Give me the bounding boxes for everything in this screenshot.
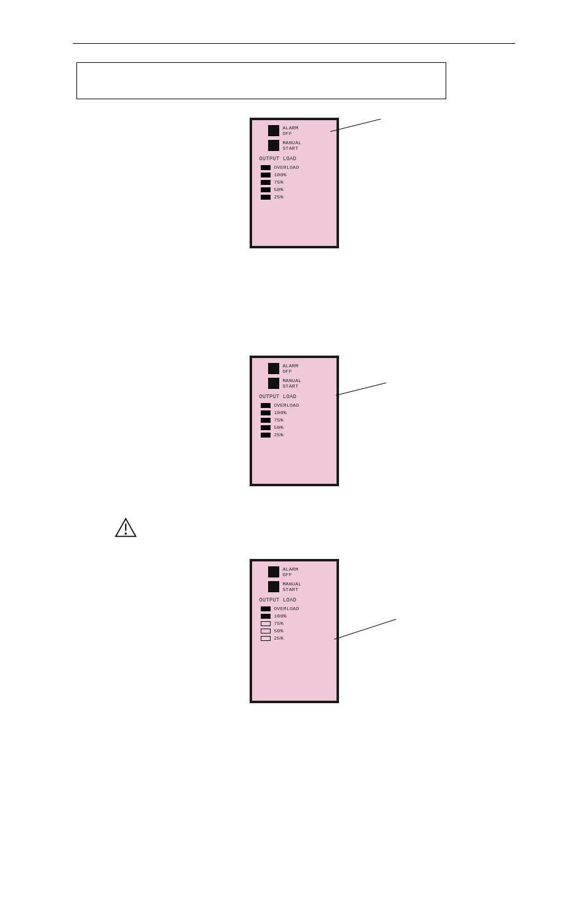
led-label: 25% [274, 635, 284, 641]
panel-figure-2: ALARM OFF MANUAL START OUTPUT LOAD OVERL… [73, 356, 515, 486]
page: ALARM OFF MANUAL START OUTPUT LOAD OVERL… [0, 0, 588, 909]
led-label: 75% [274, 621, 284, 626]
alarm-off-label: ALARM OFF [283, 363, 299, 374]
led-label: OVERLOAD [274, 606, 300, 611]
led-row-overload: OVERLOAD [261, 402, 333, 408]
label-text: OFF [283, 572, 299, 577]
led-label: 50% [274, 187, 284, 192]
led-row-25: 25% [261, 635, 333, 641]
led-label: 75% [274, 417, 284, 423]
led-label: 50% [274, 628, 284, 634]
label-text: OFF [283, 369, 299, 374]
led-row-25: 25% [261, 194, 333, 200]
load-100-led [261, 410, 271, 415]
load-50-led [261, 187, 271, 192]
manual-start-row: MANUAL START [268, 581, 333, 592]
led-label: 100% [274, 172, 287, 177]
led-row-overload: OVERLOAD [261, 165, 333, 170]
led-row-75: 75% [261, 179, 333, 185]
manual-start-row: MANUAL START [268, 140, 333, 151]
label-text: ALARM [283, 125, 299, 131]
load-75-led [261, 180, 271, 185]
control-panel: ALARM OFF MANUAL START OUTPUT LOAD OVERL… [250, 559, 339, 703]
alarm-off-row: ALARM OFF [268, 125, 333, 136]
control-panel: ALARM OFF MANUAL START OUTPUT LOAD OVERL… [250, 118, 339, 248]
warning-icon [115, 517, 137, 540]
alarm-off-label: ALARM OFF [283, 566, 299, 577]
load-100-led [261, 614, 271, 619]
callout-leader [336, 383, 386, 396]
label-text: START [283, 383, 302, 389]
manual-start-button[interactable] [268, 140, 279, 151]
callout-leader [334, 619, 396, 640]
section-2: ALARM OFF MANUAL START OUTPUT LOAD OVERL… [73, 356, 515, 486]
led-label: 25% [274, 432, 284, 438]
led-row-50: 50% [261, 425, 333, 430]
load-25-led [261, 195, 271, 200]
section-1: ALARM OFF MANUAL START OUTPUT LOAD OVERL… [73, 118, 515, 248]
led-row-100: 100% [261, 410, 333, 415]
overload-led [261, 606, 271, 611]
led-row-50: 50% [261, 187, 333, 192]
alarm-off-button[interactable] [268, 363, 279, 374]
overload-led [261, 403, 271, 408]
svg-point-2 [125, 532, 127, 535]
led-row-100: 100% [261, 172, 333, 177]
led-row-100: 100% [261, 613, 333, 619]
led-row-75: 75% [261, 417, 333, 423]
label-text: MANUAL [283, 140, 302, 145]
alarm-off-label: ALARM OFF [283, 125, 299, 136]
manual-start-label: MANUAL START [283, 140, 302, 151]
spacer [73, 489, 515, 526]
manual-start-button[interactable] [268, 378, 279, 389]
led-row-50: 50% [261, 628, 333, 634]
spacer [73, 251, 515, 337]
load-25-led [261, 636, 271, 641]
output-load-heading: OUTPUT LOAD [259, 156, 333, 162]
label-text: START [283, 587, 302, 592]
led-label: 25% [274, 194, 284, 200]
led-label: OVERLOAD [274, 402, 300, 408]
led-row-25: 25% [261, 432, 333, 438]
alarm-off-button[interactable] [268, 125, 279, 136]
load-75-led [261, 418, 271, 423]
load-100-led [261, 173, 271, 177]
led-row-overload: OVERLOAD [261, 606, 333, 611]
led-label: 100% [274, 410, 287, 415]
overload-led [261, 165, 271, 170]
label-text: OFF [283, 131, 299, 136]
label-text: ALARM [283, 566, 299, 572]
panel-figure-3: ALARM OFF MANUAL START OUTPUT LOAD OVERL… [73, 559, 515, 703]
load-25-led [261, 433, 271, 438]
load-50-led [261, 629, 271, 634]
panel-figure-1: ALARM OFF MANUAL START OUTPUT LOAD OVERL… [73, 118, 515, 248]
manual-start-row: MANUAL START [268, 378, 333, 389]
alarm-off-row: ALARM OFF [268, 363, 333, 374]
label-text: ALARM [283, 363, 299, 369]
led-label: OVERLOAD [274, 165, 300, 170]
led-label: 50% [274, 425, 284, 430]
output-load-heading: OUTPUT LOAD [259, 394, 333, 400]
alarm-off-button[interactable] [268, 566, 279, 577]
label-text: MANUAL [283, 581, 302, 587]
horizontal-rule [73, 43, 515, 44]
manual-start-button[interactable] [268, 581, 279, 592]
manual-start-label: MANUAL START [283, 378, 302, 389]
load-75-led [261, 621, 271, 626]
alarm-off-row: ALARM OFF [268, 566, 333, 577]
control-panel: ALARM OFF MANUAL START OUTPUT LOAD OVERL… [250, 356, 339, 486]
label-text: START [283, 145, 302, 151]
led-row-75: 75% [261, 621, 333, 626]
info-box [76, 62, 446, 99]
label-text: MANUAL [283, 378, 302, 383]
led-label: 100% [274, 613, 287, 619]
manual-start-label: MANUAL START [283, 581, 302, 592]
output-load-heading: OUTPUT LOAD [259, 597, 333, 603]
section-3: ALARM OFF MANUAL START OUTPUT LOAD OVERL… [73, 559, 515, 703]
load-50-led [261, 425, 271, 430]
led-label: 75% [274, 179, 284, 185]
